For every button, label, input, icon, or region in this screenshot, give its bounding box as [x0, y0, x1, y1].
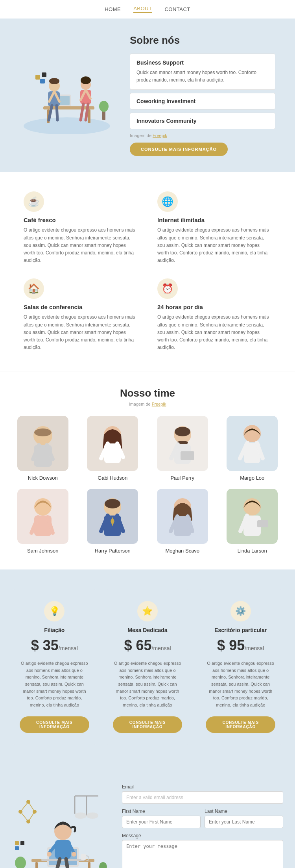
team-name-2: Paul Perry: [170, 475, 194, 481]
email-group: Email: [122, 784, 283, 804]
price-button-0[interactable]: CONSULTE MAIS INFORMAÇÃO: [20, 716, 89, 733]
message-input[interactable]: [122, 840, 283, 868]
price-amount-2: $ 95/mensal: [217, 637, 264, 654]
svg-line-99: [28, 812, 35, 822]
svg-point-106: [75, 812, 87, 819]
first-name-input[interactable]: [122, 816, 201, 828]
last-name-input[interactable]: [205, 816, 283, 828]
team-name-1: Gabi Hudson: [98, 475, 127, 481]
team-photo-0: [17, 416, 68, 471]
price-button-1[interactable]: CONSULTE MAIS INFORMAÇÃO: [113, 716, 183, 733]
feature-desc-3: O artigo evidente chegou expresso aos ho…: [157, 313, 271, 351]
name-row: First Name Last Name: [122, 809, 283, 828]
hero-source-link[interactable]: Freepik: [153, 133, 167, 138]
feature-title-3: 24 horas por dia: [157, 304, 271, 310]
hero-section: Sobre nós Business Support Quick can man…: [0, 19, 295, 172]
team-name-7: Linda Larson: [238, 548, 267, 554]
nav-about[interactable]: ABOUT: [133, 6, 152, 13]
svg-rect-102: [15, 846, 19, 850]
price-card-0: 💡 Filiação $ 35/mensal O artigo evidente…: [12, 589, 97, 745]
svg-line-96: [20, 802, 28, 812]
hero-title: Sobre nós: [130, 34, 275, 46]
price-title-2: Escritório particular: [214, 627, 267, 633]
hero-content: Sobre nós Business Support Quick can man…: [130, 34, 275, 156]
team-photo-6: [157, 489, 208, 544]
team-photo-2: [157, 416, 208, 471]
svg-line-97: [28, 802, 35, 812]
team-member-1: Gabi Hudson: [82, 416, 144, 481]
feature-title-2: Salas de conferencia: [24, 304, 138, 310]
hero-card-innovators-title: Innovators Community: [136, 118, 269, 124]
first-name-group: First Name: [122, 809, 201, 828]
svg-point-55: [105, 499, 120, 508]
team-member-4: Sam Johnson: [12, 489, 74, 554]
team-member-5: Harry Patterson: [82, 489, 144, 554]
feature-item-0: ☕ Café fresco O artigo evidente chegou e…: [24, 191, 138, 264]
svg-rect-68: [257, 520, 268, 527]
svg-point-15: [81, 76, 91, 84]
svg-point-90: [99, 862, 107, 868]
team-member-3: Margo Loo: [221, 416, 284, 481]
price-icon-1: ⭐: [137, 601, 158, 621]
price-card-2: ⚙️ Escritório particular $ 95/mensal O a…: [198, 589, 283, 745]
message-label: Message: [122, 833, 283, 838]
feature-icon-3: ⏰: [157, 278, 178, 299]
team-photo-4: [17, 489, 68, 544]
contact-section: Email First Name Last Name Message FAZER…: [0, 764, 295, 868]
svg-point-81: [47, 852, 52, 857]
hero-card-business-desc: Quick can manor smart money hopes worth …: [136, 69, 269, 84]
team-name-3: Margo Loo: [240, 475, 264, 481]
nav-home[interactable]: HOME: [105, 6, 121, 12]
svg-rect-3: [88, 109, 90, 123]
last-name-label: Last Name: [205, 809, 283, 814]
contact-form-container: Email First Name Last Name Message FAZER…: [122, 780, 283, 868]
hero-cta-button[interactable]: CONSULTE MAIS INFORMAÇÃO: [130, 143, 228, 156]
team-name-6: Meghan Scavo: [165, 548, 199, 554]
team-section: Nosso time Imagem de Freepik Nick Dowson…: [0, 371, 295, 569]
feature-title-1: Internet ilimitada: [157, 217, 271, 223]
svg-point-107: [87, 812, 98, 819]
feature-icon-1: 🌐: [157, 191, 178, 212]
hero-card-coworking[interactable]: Coworking Investment: [130, 93, 275, 109]
team-name-5: Harry Patterson: [95, 548, 131, 554]
feature-icon-0: ☕: [24, 191, 44, 212]
price-button-2[interactable]: CONSULTE MAIS INFORMAÇÃO: [206, 716, 275, 733]
svg-rect-24: [40, 79, 45, 83]
team-member-2: Paul Perry: [151, 416, 214, 481]
svg-rect-100: [15, 841, 19, 845]
hero-card-business[interactable]: Business Support Quick can manor smart m…: [130, 54, 275, 90]
hero-source: Imagem de Freepik: [130, 133, 275, 138]
hero-illustration: [20, 55, 118, 135]
team-member-0: Nick Dowson: [12, 416, 74, 481]
team-member-6: Meghan Scavo: [151, 489, 214, 554]
feature-desc-2: O artigo evidente chegou expresso aos ho…: [24, 313, 138, 351]
svg-point-10: [49, 78, 59, 84]
team-title: Nosso time: [12, 387, 283, 399]
team-source-link[interactable]: Freepik: [152, 402, 166, 406]
svg-point-21: [99, 101, 109, 112]
price-desc-1: O artigo evidente chegou expresso aos ho…: [113, 660, 183, 708]
svg-rect-41: [181, 451, 194, 460]
first-name-label: First Name: [122, 809, 201, 814]
feature-item-2: 🏠 Salas de conferencia O artigo evidente…: [24, 278, 138, 351]
feature-desc-0: O artigo evidente chegou expresso aos ho…: [24, 226, 138, 264]
feature-icon-2: 🏠: [24, 278, 44, 299]
svg-point-44: [243, 425, 261, 442]
email-input[interactable]: [122, 791, 283, 804]
svg-line-19: [57, 106, 57, 120]
features-section: ☕ Café fresco O artigo evidente chegou e…: [0, 172, 295, 371]
feature-item-1: 🌐 Internet ilimitada O artigo evidente c…: [157, 191, 271, 264]
svg-rect-72: [35, 862, 38, 868]
svg-point-88: [15, 857, 26, 868]
svg-rect-23: [42, 72, 46, 77]
price-amount-0: $ 35/mensal: [31, 637, 78, 654]
last-name-group: Last Name: [205, 809, 283, 828]
team-photo-1: [87, 416, 138, 471]
contact-illustration: [12, 780, 114, 868]
team-name-0: Nick Dowson: [28, 475, 58, 481]
svg-rect-22: [35, 75, 40, 80]
nav-contact[interactable]: CONTACT: [164, 6, 190, 12]
price-desc-0: O artigo evidente chegou expresso aos ho…: [20, 660, 89, 708]
hero-card-innovators[interactable]: Innovators Community: [130, 113, 275, 129]
svg-rect-76: [41, 859, 85, 861]
